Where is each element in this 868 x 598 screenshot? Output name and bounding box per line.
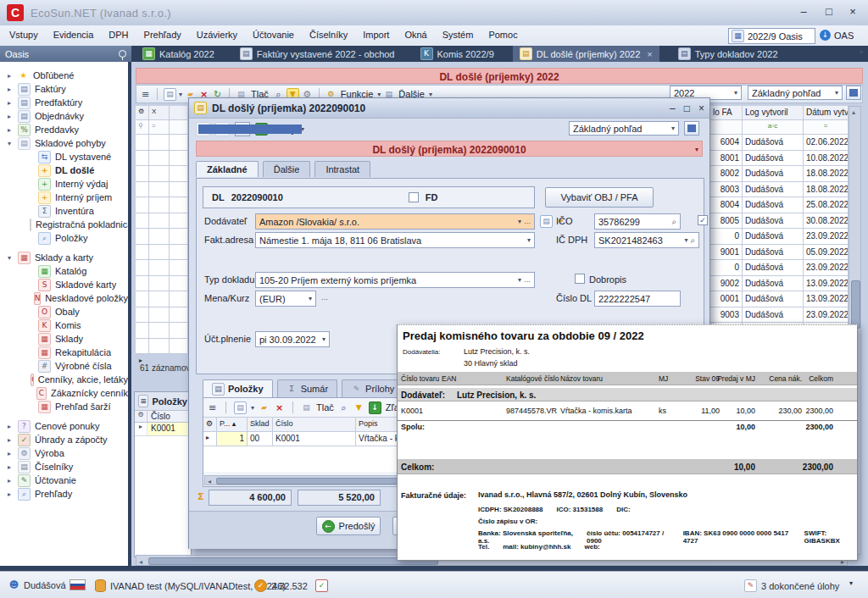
- header-column-cut[interactable]: [170, 106, 188, 120]
- filter-cell[interactable]: ⚲: [136, 120, 149, 135]
- grid-cell[interactable]: Dudášová: [743, 182, 804, 198]
- expand-right-icon[interactable]: ▸: [5, 99, 14, 107]
- mena-field[interactable]: (EUR) ▾: [255, 291, 316, 307]
- items-delete-icon[interactable]: ×: [274, 402, 285, 413]
- sidebar-item-preddavky[interactable]: ▸%Preddavky: [3, 123, 128, 136]
- header-grid-settings-icon[interactable]: ⚙: [136, 106, 149, 120]
- maximize-button[interactable]: □: [817, 3, 841, 20]
- tab-intrastat[interactable]: Intrastat: [314, 161, 370, 177]
- tab-overflow-icon[interactable]: ▾: [860, 48, 863, 56]
- dialog-view-combo[interactable]: Základný pohľad ▾: [569, 121, 679, 136]
- sidebar-item-skladove-pohyby[interactable]: ▾▤Skladové pohyby: [3, 136, 128, 150]
- expand-right-icon[interactable]: ▸: [5, 72, 14, 80]
- scroll-left-icon[interactable]: ◂: [139, 558, 142, 566]
- items-folder-icon[interactable]: ▰: [259, 402, 270, 413]
- hscrollbar-thumb[interactable]: [148, 557, 438, 565]
- grid-cell[interactable]: 13.09.2022: [804, 276, 849, 292]
- expand-right-icon[interactable]: ▸: [5, 450, 14, 457]
- grid-settings-icon[interactable]: ⚙: [135, 411, 147, 422]
- pin-icon[interactable]: [119, 50, 126, 58]
- dialog-maximize-button[interactable]: □: [684, 102, 690, 114]
- view-combo[interactable]: Základný pohľad ▾: [748, 86, 843, 100]
- language-flag-icon[interactable]: [70, 579, 86, 590]
- vybavit-obj-pfa-button[interactable]: Vybaviť OBJ / PFA: [545, 187, 654, 208]
- expand-down-icon[interactable]: ▾: [5, 254, 14, 262]
- menu-vstupy[interactable]: Vstupy: [2, 25, 46, 46]
- icdph-dropdown-icon[interactable]: ▾: [684, 236, 687, 244]
- scroll-up-icon[interactable]: ▴: [852, 108, 855, 116]
- tab-katalog-2022[interactable]: ▦Katalóg 2022: [136, 46, 221, 62]
- grid-cell[interactable]: Dudášová: [743, 307, 804, 324]
- grid-cell[interactable]: 25.08.2022: [804, 197, 849, 213]
- mena-dropdown-icon[interactable]: ▾: [309, 295, 312, 302]
- sidebar-item-sklady[interactable]: ▦Sklady: [3, 332, 128, 346]
- menu-pomoc[interactable]: Pomoc: [481, 25, 525, 46]
- status-user[interactable]: Dudášová: [24, 580, 66, 590]
- sidebar-item-skladove-karty[interactable]: SSkladové karty: [3, 278, 128, 291]
- sidebar-item-predfaktury[interactable]: ▸▤Predfaktúry: [3, 96, 128, 109]
- sidebar-item-komis[interactable]: KKomis: [3, 318, 128, 332]
- grid-cell[interactable]: 05.09.2022: [804, 245, 849, 261]
- expand-right-icon[interactable]: ▸: [5, 126, 14, 134]
- expand-down-icon[interactable]: ▾: [5, 140, 14, 147]
- mena-more-icon[interactable]: …: [321, 294, 328, 302]
- grid-cell[interactable]: Dudášová: [743, 291, 804, 307]
- fd-checkbox[interactable]: [409, 192, 419, 202]
- grid-cell[interactable]: 23.09.2022: [804, 229, 849, 245]
- ico-search-icon[interactable]: ⌕: [671, 217, 676, 227]
- sidebar-item-vyroba[interactable]: ▸⚙Výroba: [3, 446, 128, 460]
- sidebar-item-dl-dosle[interactable]: +DL došlé: [3, 163, 128, 177]
- items-tab-polozky[interactable]: ▤ Položky: [203, 379, 273, 397]
- filter-cell[interactable]: =: [149, 120, 170, 135]
- expand-right-icon[interactable]: ▸: [5, 477, 14, 484]
- grid-cell[interactable]: 18.08.2022: [804, 166, 849, 182]
- previous-button[interactable]: ← Predošlý: [316, 517, 381, 535]
- sidebar-item-uhrady-a-zapocty[interactable]: ▸✓Úhrady a zápočty: [3, 433, 128, 446]
- header-column-x[interactable]: X: [149, 106, 170, 120]
- sidebar-item-vyrobne-cisla[interactable]: #Výrobné čísla: [3, 359, 128, 373]
- save-view-icon[interactable]: [846, 86, 861, 100]
- sidebar-item-objednavky[interactable]: ▸▤Objednávky: [3, 109, 128, 123]
- filter-abc-icon[interactable]: a▫c: [743, 120, 804, 135]
- menu-ciselniky[interactable]: Číselníky: [302, 25, 355, 46]
- grid-cell[interactable]: Dudášová: [743, 213, 804, 230]
- menu-dph[interactable]: DPH: [101, 25, 136, 46]
- items-print-icon[interactable]: ▤: [301, 402, 312, 413]
- items-tab-sumar[interactable]: Σ Sumár: [277, 379, 337, 397]
- grid-cell[interactable]: Dudášová: [743, 276, 804, 292]
- expand-right-icon[interactable]: ▸: [5, 463, 14, 471]
- menu-import[interactable]: Import: [355, 25, 397, 46]
- uct-plnenie-field[interactable]: pi 30.09.2022 ▾: [255, 331, 330, 347]
- tasks-dropdown-icon[interactable]: ▾: [849, 579, 853, 587]
- sidebar-item-katalog[interactable]: ▦Katalóg: [3, 264, 128, 278]
- sidebar-item-polozky[interactable]: ⌕Položky: [3, 231, 128, 245]
- status-tasks[interactable]: 3 dokončené úlohy: [761, 581, 839, 591]
- sidebar-item-prehlady[interactable]: ▸⌕Prehľady: [3, 487, 128, 501]
- new-dropdown-icon[interactable]: ▾: [179, 91, 182, 98]
- dobropis-checkbox[interactable]: [575, 274, 585, 284]
- icdph-search-icon[interactable]: ⌕: [690, 235, 695, 246]
- dodavatel-dropdown-icon[interactable]: ▾: [518, 218, 521, 225]
- calendar-check-icon[interactable]: ✓: [315, 579, 328, 592]
- tab-zakladne[interactable]: Základné: [196, 161, 259, 177]
- header-column-p[interactable]: P... ▴: [217, 418, 248, 432]
- grid-cell[interactable]: 0001: [710, 291, 743, 307]
- grid-cell[interactable]: 9001: [710, 245, 743, 261]
- dodavatel-field[interactable]: Amazon /Slovakia/ s.r.o. ▾ …: [255, 213, 535, 230]
- grid-cell[interactable]: Dudášová: [743, 166, 804, 182]
- grid-cell[interactable]: 8004: [710, 197, 743, 213]
- grid-cell[interactable]: 8001: [710, 151, 743, 167]
- column-log-vytvoril[interactable]: Log vytvoril: [743, 106, 804, 120]
- grid-cell[interactable]: 23.09.2022: [804, 260, 849, 276]
- items-menu-icon[interactable]: ≡: [207, 402, 218, 413]
- save-record-icon[interactable]: [235, 122, 250, 136]
- items-grid-cell[interactable]: K0001: [273, 432, 356, 446]
- menu-icon[interactable]: ≡: [140, 89, 151, 100]
- grid-cell[interactable]: 8003: [710, 182, 743, 198]
- uct-plnenie-dropdown-icon[interactable]: ▾: [322, 335, 326, 343]
- sidebar-item-registracna-pokladnica[interactable]: ▣Registračná pokladnica: [3, 218, 128, 231]
- typ-dokladu-field[interactable]: 105-20 Príjem externý komis príjemka ▾ …: [255, 272, 535, 288]
- cislo-dl-field[interactable]: 2222222547: [594, 291, 681, 307]
- header-column-sklad[interactable]: Sklad: [248, 418, 273, 432]
- dialog-save-view-icon[interactable]: [684, 121, 699, 136]
